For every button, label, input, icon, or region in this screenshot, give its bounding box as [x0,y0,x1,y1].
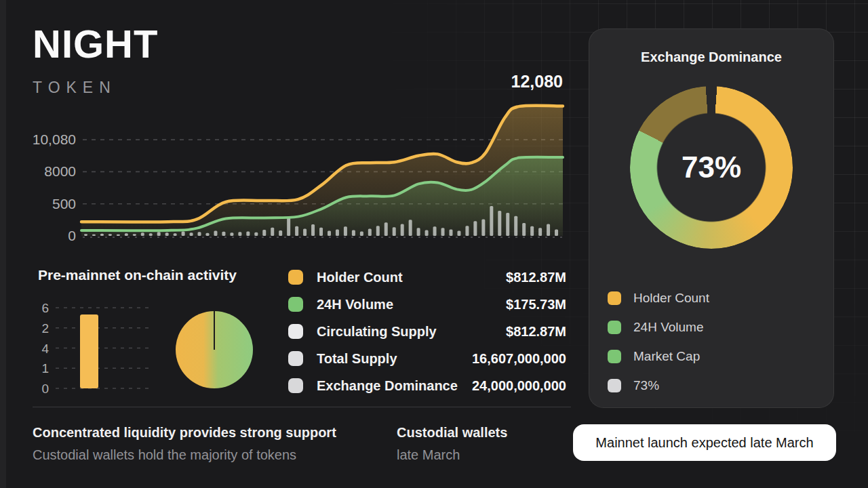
legend-value: 16,607,000,000 [472,351,566,367]
card-title: Exchange Dominance [589,49,833,65]
section-divider [33,407,571,407]
legend-label: Exchange Dominance [317,378,458,394]
legend-value: $175.73M [506,297,566,312]
legend-swatch [288,378,303,393]
svg-text:0: 0 [68,228,76,243]
activity-bar-chart: 62410 [28,297,178,399]
dashboard: NIGHT TOKEN 12,080 10,08080005000 Pre-ma… [0,0,868,488]
legend-row: Holder Count$812.87M [288,264,566,291]
legend-label: 24H Volume [317,297,393,312]
svg-text:10,080: 10,080 [33,131,76,147]
legend-swatch [288,270,303,285]
main-area-chart: 10,08080005000 [27,102,570,247]
card-legend-label: Market Cap [633,349,700,364]
note-subtitle: late March [397,447,507,463]
exchange-dominance-card: Exchange Dominance 73% Holder Count24H V… [589,28,834,408]
note-liquidity: Concentrated liquidity provides strong s… [33,426,336,463]
svg-text:0: 0 [41,382,49,396]
legend-row: Circulating Supply$812.87M [288,318,566,345]
note-custodial: Custodial wallets late March [397,426,507,463]
legend-swatch [608,379,621,392]
card-legend-label: Holder Count [633,291,709,306]
legend-swatch [288,324,303,339]
donut-center-value: 73% [630,86,793,249]
stats-legend: Holder Count$812.87M24H Volume$175.73MCi… [288,264,566,399]
card-legend-row: 24H Volume [608,312,709,342]
svg-text:6: 6 [41,301,49,315]
legend-swatch [288,351,303,366]
svg-text:1: 1 [41,361,49,375]
activity-pie-chart [176,311,253,388]
legend-row: Total Supply16,607,000,000 [288,345,566,372]
legend-label: Total Supply [317,351,397,367]
legend-value: $812.87M [506,324,566,340]
legend-row: Exchange Dominance24,000,000,000 [288,372,566,399]
legend-value: 24,000,000,000 [472,378,566,394]
legend-swatch [608,321,621,334]
svg-text:500: 500 [52,196,76,211]
legend-swatch [288,297,303,312]
legend-swatch [608,350,621,363]
token-name: NIGHT [33,24,158,64]
token-subtitle: TOKEN [33,79,158,97]
legend-label: Holder Count [317,270,403,285]
mainnet-launch-button[interactable]: Mainnet launch expected late March [573,424,836,461]
legend-row: 24H Volume$175.73M [288,291,566,318]
svg-text:4: 4 [41,342,49,356]
note-title: Concentrated liquidity provides strong s… [33,426,336,439]
left-edge-band [0,0,6,488]
card-legend-row: 73% [608,371,709,400]
note-subtitle: Custodial wallets hold the majority of t… [33,447,336,463]
card-legend-label: 73% [633,378,659,393]
peak-value-label: 12,080 [468,72,563,92]
svg-text:2: 2 [41,321,49,336]
legend-label: Circulating Supply [317,324,437,340]
note-title: Custodial wallets [397,426,507,439]
card-legend-label: 24H Volume [633,320,704,335]
legend-value: $812.87M [506,270,566,285]
pie-divider-line [214,311,215,350]
card-legend: Holder Count24H VolumeMarket Cap73% [608,283,709,400]
brand: NIGHT TOKEN [33,24,158,97]
activity-panel-title: Pre-mainnet on-chain activity [38,267,237,283]
svg-text:8000: 8000 [44,163,76,179]
card-legend-row: Market Cap [608,342,709,371]
legend-swatch [608,291,621,305]
card-legend-row: Holder Count [608,283,709,312]
